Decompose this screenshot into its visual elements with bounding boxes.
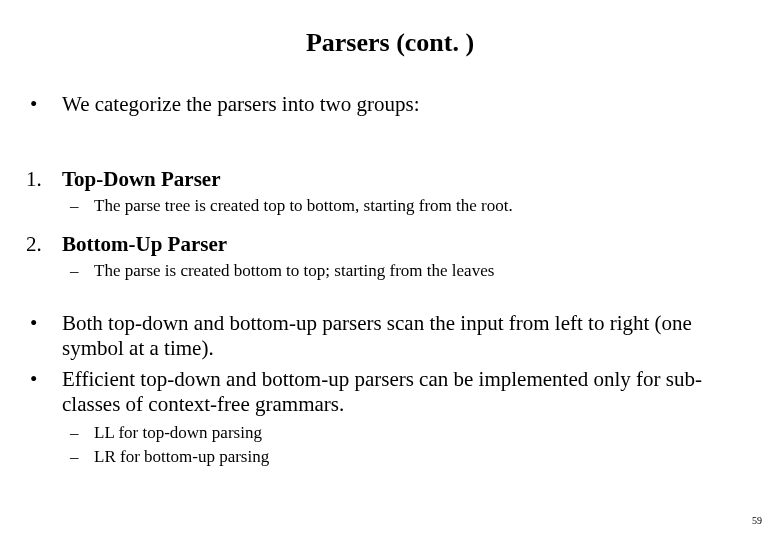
sub-text-2: The parse is created bottom to top; star… xyxy=(94,261,754,281)
sub-point-2-text: LR for bottom-up parsing xyxy=(94,447,754,467)
point-1-text: Both top-down and bottom-up parsers scan… xyxy=(62,311,754,361)
spacer xyxy=(26,283,754,311)
bullet-icon: • xyxy=(26,311,62,361)
numbered-title-1: Top-Down Parser xyxy=(62,167,754,192)
sub-point-1: – LL for top-down parsing xyxy=(70,423,754,443)
dash-icon: – xyxy=(70,196,94,216)
sub-item-2: – The parse is created bottom to top; st… xyxy=(70,261,754,281)
sub-point-2: – LR for bottom-up parsing xyxy=(70,447,754,467)
sub-point-1-text: LL for top-down parsing xyxy=(94,423,754,443)
sub-item-1: – The parse tree is created top to botto… xyxy=(70,196,754,216)
intro-bullet: • We categorize the parsers into two gro… xyxy=(26,92,754,117)
dash-icon: – xyxy=(70,447,94,467)
bullet-icon: • xyxy=(26,367,62,417)
spacer xyxy=(26,218,754,224)
intro-text: We categorize the parsers into two group… xyxy=(62,92,754,117)
number-marker-2: 2. xyxy=(26,232,62,257)
point-2-text: Efficient top-down and bottom-up parsers… xyxy=(62,367,754,417)
bullet-icon: • xyxy=(26,92,62,117)
sub-text-1: The parse tree is created top to bottom,… xyxy=(94,196,754,216)
numbered-item-2: 2. Bottom-Up Parser xyxy=(26,232,754,257)
point-1: • Both top-down and bottom-up parsers sc… xyxy=(26,311,754,361)
page-number: 59 xyxy=(752,515,762,526)
slide: Parsers (cont. ) • We categorize the par… xyxy=(0,0,780,489)
point-2: • Efficient top-down and bottom-up parse… xyxy=(26,367,754,417)
dash-icon: – xyxy=(70,423,94,443)
numbered-title-2: Bottom-Up Parser xyxy=(62,232,754,257)
slide-title: Parsers (cont. ) xyxy=(26,28,754,58)
number-marker-1: 1. xyxy=(26,167,62,192)
spacer xyxy=(26,139,754,159)
numbered-item-1: 1. Top-Down Parser xyxy=(26,167,754,192)
dash-icon: – xyxy=(70,261,94,281)
